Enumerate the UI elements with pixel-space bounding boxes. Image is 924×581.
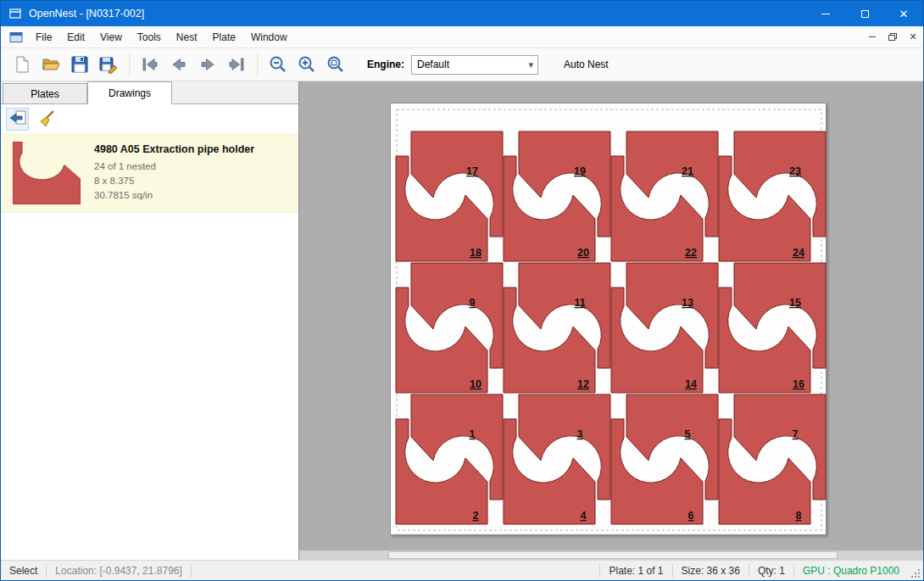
nested-pair[interactable]: 910 (396, 263, 503, 393)
nested-pair[interactable]: 34 (504, 394, 610, 524)
nested-pair[interactable]: 1516 (719, 263, 826, 393)
tab-strip: Plates Drawings (1, 81, 298, 104)
part-number: 5 (685, 428, 691, 440)
nested-pair[interactable]: 78 (719, 394, 826, 524)
part-number: 9 (470, 297, 476, 309)
zoom-out-icon (268, 54, 288, 75)
menu-plate[interactable]: Plate (205, 28, 243, 47)
auto-nest-button[interactable]: Auto Nest (557, 54, 615, 75)
toolbar-separator (257, 53, 258, 75)
close-button[interactable]: ✕ (884, 1, 923, 26)
zoom-in-icon (297, 54, 317, 75)
mdi-minimize-button[interactable] (862, 28, 882, 47)
menu-nest[interactable]: Nest (169, 28, 205, 47)
mdi-restore-button[interactable] (882, 28, 903, 47)
scrollbar-thumb[interactable] (388, 551, 838, 559)
first-plate-button[interactable] (136, 51, 164, 78)
toolbar: Engine: Default ▾ Auto Nest (1, 48, 923, 81)
drawing-nested-count: 24 of 1 nested (94, 159, 254, 174)
nested-pair[interactable]: 12 (396, 394, 503, 524)
part-number: 17 (466, 165, 478, 177)
nested-pair[interactable]: 1920 (504, 131, 610, 261)
drawing-title: 4980 A05 Extraction pipe holder (94, 143, 254, 155)
menu-window[interactable]: Window (243, 28, 295, 47)
size-indicator: Size: 36 x 36 (673, 565, 749, 577)
menu-bar: File Edit View Tools Nest Plate Window ✕ (1, 26, 923, 48)
tab-drawings[interactable]: Drawings (87, 81, 172, 104)
horizontal-scrollbar[interactable] (299, 550, 923, 560)
previous-plate-button[interactable] (164, 51, 193, 78)
nested-pair[interactable]: 1314 (611, 263, 718, 393)
mode-indicator: Select (1, 565, 46, 577)
part-number: 8 (796, 510, 802, 522)
nested-pair[interactable]: 2122 (611, 131, 718, 261)
nested-pair[interactable]: 1718 (396, 131, 503, 261)
part-number: 23 (789, 165, 801, 177)
chevron-down-icon: ▾ (524, 59, 537, 70)
save-button[interactable] (65, 51, 94, 78)
part-number: 19 (574, 165, 586, 177)
drawing-area: 30.7815 sq/in (94, 188, 254, 203)
part-number: 3 (577, 428, 583, 440)
part-number: 22 (685, 247, 697, 259)
maximize-icon (861, 10, 869, 18)
save-as-button[interactable] (94, 51, 123, 78)
part-number: 15 (789, 297, 801, 309)
drawing-list-item[interactable]: 4980 A05 Extraction pipe holder 24 of 1 … (1, 133, 298, 213)
part-number: 14 (685, 378, 697, 390)
side-panel: Plates Drawings 4980 A05 Extraction pipe… (1, 81, 299, 560)
part-number: 12 (577, 378, 589, 390)
menu-view[interactable]: View (92, 28, 130, 47)
open-button[interactable] (36, 51, 65, 78)
import-drawing-button[interactable] (6, 108, 29, 131)
nested-pair[interactable]: 56 (611, 394, 718, 524)
mdi-close-button[interactable]: ✕ (903, 28, 923, 47)
part-number: 10 (470, 378, 481, 390)
engine-select[interactable]: Default ▾ (411, 55, 538, 75)
menu-tools[interactable]: Tools (130, 28, 169, 47)
zoom-in-button[interactable] (292, 51, 321, 78)
toolbar-separator (129, 53, 130, 75)
nested-pair[interactable]: 2324 (719, 131, 826, 261)
minimize-button[interactable] (806, 1, 845, 26)
qty-indicator: Qty: 1 (749, 565, 793, 577)
part-number: 2 (473, 510, 479, 522)
resize-grip[interactable] (908, 561, 923, 581)
plate[interactable]: 171819202122232491011121314151612345678 (390, 103, 827, 535)
go-previous-icon (169, 54, 189, 75)
part-number: 18 (470, 247, 481, 259)
title-bar[interactable]: OpenNest - [N0317-002] ✕ (1, 1, 923, 26)
go-last-icon (226, 54, 247, 75)
app-window: OpenNest - [N0317-002] ✕ File Edit View … (0, 0, 924, 581)
save-icon (70, 54, 90, 75)
zoom-fit-button[interactable] (321, 51, 350, 78)
next-plate-button[interactable] (193, 51, 222, 78)
engine-label: Engine: (367, 59, 404, 70)
drawing-size: 8 x 8.375 (94, 174, 254, 188)
broom-icon (38, 109, 57, 128)
menu-edit[interactable]: Edit (59, 28, 92, 47)
save-edit-icon (98, 54, 119, 75)
go-next-icon (198, 54, 218, 75)
mdi-restore-icon (888, 33, 897, 41)
part-number: 20 (577, 247, 589, 259)
status-bar: Select Location: [-0.9437, 21.8796] Plat… (1, 560, 923, 580)
window-title: OpenNest - [N0317-002] (29, 8, 806, 20)
new-file-icon (12, 54, 32, 75)
zoom-out-button[interactable] (264, 51, 292, 78)
part-number: 13 (682, 297, 693, 309)
menu-file[interactable]: File (28, 28, 59, 47)
app-icon (8, 7, 22, 20)
nested-pair[interactable]: 1112 (504, 263, 610, 393)
mdi-child-icon[interactable] (9, 31, 23, 43)
tab-plates[interactable]: Plates (3, 83, 87, 103)
plate-indicator: Plate: 1 of 1 (600, 565, 671, 577)
nest-canvas[interactable]: 171819202122232491011121314151612345678 (299, 81, 923, 560)
maximize-button[interactable] (845, 1, 884, 26)
clean-button[interactable] (36, 108, 58, 131)
part-number: 6 (688, 510, 694, 522)
close-icon: ✕ (899, 8, 909, 20)
engine-value: Default (417, 59, 449, 70)
new-button[interactable] (8, 51, 36, 78)
last-plate-button[interactable] (222, 51, 251, 78)
